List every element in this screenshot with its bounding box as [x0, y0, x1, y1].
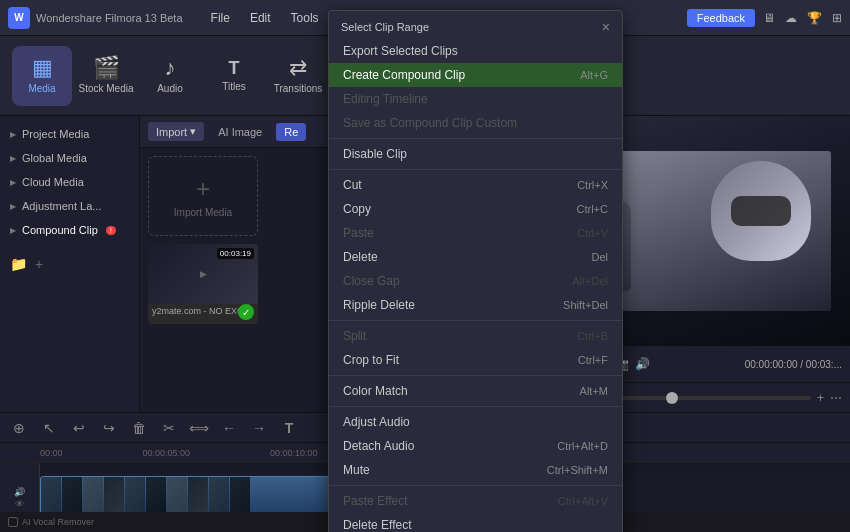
cm-label-copy: Copy [343, 202, 371, 216]
cm-label-split: Split [343, 329, 366, 343]
cm-label-disable-clip: Disable Clip [343, 147, 407, 161]
cm-item-copy[interactable]: Copy Ctrl+C [329, 197, 622, 221]
cm-shortcut-delete: Del [591, 251, 608, 263]
context-menu-overlay: Select Clip Range × Export Selected Clip… [0, 0, 850, 532]
cm-label-delete: Delete [343, 250, 378, 264]
cm-shortcut-create-compound: Alt+G [580, 69, 608, 81]
cm-label-close-gap: Close Gap [343, 274, 400, 288]
context-menu-header-row: Select Clip Range × [329, 15, 622, 39]
cm-item-detach-audio[interactable]: Detach Audio Ctrl+Alt+D [329, 434, 622, 458]
cm-item-close-gap: Close Gap Alt+Del [329, 269, 622, 293]
cm-item-cut[interactable]: Cut Ctrl+X [329, 173, 622, 197]
cm-separator-4 [329, 375, 622, 376]
cm-label-ripple-delete: Ripple Delete [343, 298, 415, 312]
cm-label-export-selected: Export Selected Clips [343, 44, 458, 58]
cm-item-split: Split Ctrl+B [329, 324, 622, 348]
cm-separator-6 [329, 485, 622, 486]
cm-shortcut-detach-audio: Ctrl+Alt+D [557, 440, 608, 452]
context-menu: Select Clip Range × Export Selected Clip… [328, 10, 623, 532]
cm-shortcut-copy: Ctrl+C [577, 203, 608, 215]
cm-shortcut-split: Ctrl+B [577, 330, 608, 342]
cm-item-crop-to-fit[interactable]: Crop to Fit Ctrl+F [329, 348, 622, 372]
cm-shortcut-paste-effect: Ctrl+Alt+V [558, 495, 608, 507]
cm-shortcut-crop-to-fit: Ctrl+F [578, 354, 608, 366]
cm-item-paste-effect: Paste Effect Ctrl+Alt+V [329, 489, 622, 513]
cm-shortcut-mute: Ctrl+Shift+M [547, 464, 608, 476]
cm-item-save-compound-custom: Save as Compound Clip Custom [329, 111, 622, 135]
cm-label-detach-audio: Detach Audio [343, 439, 414, 453]
cm-label-paste: Paste [343, 226, 374, 240]
context-menu-title: Select Clip Range [341, 21, 429, 33]
cm-item-disable-clip[interactable]: Disable Clip [329, 142, 622, 166]
cm-separator-5 [329, 406, 622, 407]
cm-label-editing-timeline: Editing Timeline [343, 92, 428, 106]
cm-label-color-match: Color Match [343, 384, 408, 398]
cm-item-mute[interactable]: Mute Ctrl+Shift+M [329, 458, 622, 482]
cm-label-delete-effect: Delete Effect [343, 518, 411, 532]
cm-label-paste-effect: Paste Effect [343, 494, 407, 508]
cm-separator-2 [329, 169, 622, 170]
cm-item-editing-timeline: Editing Timeline [329, 87, 622, 111]
cm-shortcut-close-gap: Alt+Del [572, 275, 608, 287]
cm-separator-1 [329, 138, 622, 139]
cm-item-color-match[interactable]: Color Match Alt+M [329, 379, 622, 403]
cm-shortcut-color-match: Alt+M [580, 385, 608, 397]
cm-label-adjust-audio: Adjust Audio [343, 415, 410, 429]
cm-label-crop-to-fit: Crop to Fit [343, 353, 399, 367]
cm-label-cut: Cut [343, 178, 362, 192]
cm-separator-3 [329, 320, 622, 321]
context-menu-close-button[interactable]: × [602, 19, 610, 35]
cm-shortcut-paste: Ctrl+V [577, 227, 608, 239]
cm-item-export-selected[interactable]: Export Selected Clips [329, 39, 622, 63]
cm-item-paste: Paste Ctrl+V [329, 221, 622, 245]
cm-item-adjust-audio[interactable]: Adjust Audio [329, 410, 622, 434]
cm-label-mute: Mute [343, 463, 370, 477]
cm-label-save-compound-custom: Save as Compound Clip Custom [343, 116, 517, 130]
cm-shortcut-cut: Ctrl+X [577, 179, 608, 191]
cm-shortcut-ripple-delete: Shift+Del [563, 299, 608, 311]
cm-item-delete[interactable]: Delete Del [329, 245, 622, 269]
cm-item-ripple-delete[interactable]: Ripple Delete Shift+Del [329, 293, 622, 317]
cm-label-create-compound: Create Compound Clip [343, 68, 465, 82]
cm-item-create-compound[interactable]: Create Compound Clip Alt+G [329, 63, 622, 87]
cm-item-delete-effect[interactable]: Delete Effect [329, 513, 622, 532]
